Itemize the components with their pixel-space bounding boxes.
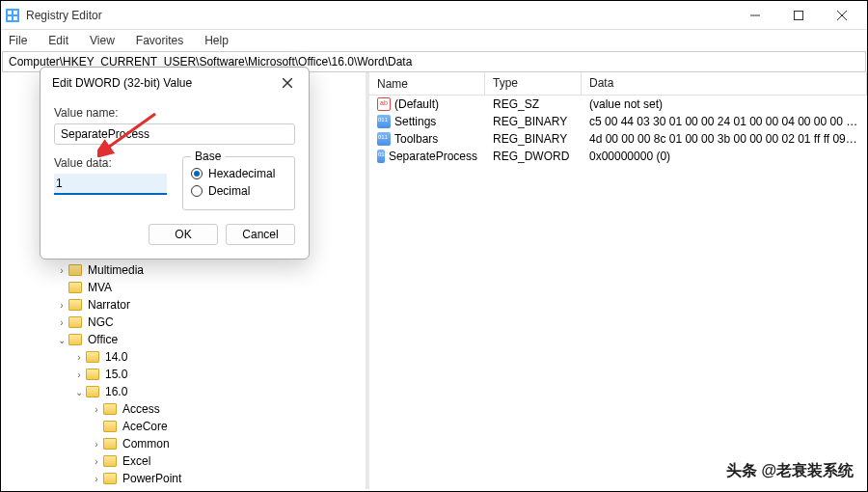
header-type[interactable]: Type <box>485 72 582 95</box>
chevron-right-icon[interactable]: › <box>55 263 68 277</box>
cell-data: c5 00 44 03 30 01 00 00 24 01 00 00 04 0… <box>582 113 867 130</box>
list-row[interactable]: Settings REG_BINARY c5 00 44 03 30 01 00… <box>369 113 867 130</box>
reg-binary-icon <box>377 132 391 146</box>
base-legend: Base <box>191 150 225 163</box>
dialog-titlebar[interactable]: Edit DWORD (32-bit) Value <box>41 68 309 98</box>
cell-data: 4d 00 00 00 8c 01 00 00 3b 00 00 00 02 0… <box>582 130 867 148</box>
tree-item[interactable]: Excel <box>121 454 152 468</box>
chevron-right-icon[interactable]: › <box>55 315 68 329</box>
chevron-right-icon[interactable]: › <box>90 454 103 468</box>
chevron-blank <box>90 420 103 433</box>
chevron-down-icon[interactable]: ⌄ <box>55 333 68 346</box>
chevron-right-icon[interactable]: › <box>90 472 103 485</box>
cell-type: REG_BINARY <box>485 113 582 130</box>
radio-icon <box>191 185 203 197</box>
reg-binary-icon <box>377 115 391 128</box>
cell-type: REG_DWORD <box>485 148 582 165</box>
cell-type: REG_BINARY <box>485 130 582 148</box>
chevron-down-icon[interactable]: ⌄ <box>72 385 86 398</box>
menu-edit[interactable]: Edit <box>44 32 72 49</box>
folder-icon <box>103 473 117 484</box>
tree-item[interactable]: MVA <box>86 281 114 294</box>
tree-item[interactable]: Common <box>121 437 172 451</box>
folder-icon <box>103 438 117 450</box>
cell-data: (value not set) <box>582 96 867 113</box>
tree-item[interactable]: 16.0 <box>103 385 129 398</box>
radio-icon <box>191 168 203 179</box>
menu-file[interactable]: File <box>5 32 31 49</box>
svg-rect-4 <box>14 16 17 20</box>
dialog-close-button[interactable] <box>278 73 297 93</box>
folder-icon <box>103 403 117 415</box>
chevron-right-icon[interactable]: › <box>90 437 103 451</box>
svg-rect-2 <box>14 11 17 14</box>
chevron-right-icon[interactable]: › <box>55 298 68 312</box>
folder-icon <box>103 421 117 432</box>
chevron-right-icon[interactable]: › <box>72 368 86 381</box>
tree-item[interactable]: Access <box>121 402 162 416</box>
tree-item[interactable]: PowerPoint <box>121 472 183 485</box>
folder-icon <box>103 455 117 467</box>
tree-item[interactable]: Multimedia <box>86 263 146 277</box>
value-name-label: Value name: <box>54 106 295 120</box>
menu-favorites[interactable]: Favorites <box>132 32 187 49</box>
window-title: Registry Editor <box>26 9 733 22</box>
list-row[interactable]: Toolbars REG_BINARY 4d 00 00 00 8c 01 00… <box>369 130 867 148</box>
value-data-label: Value data: <box>54 156 167 170</box>
radio-hexadecimal[interactable]: Hexadecimal <box>191 167 286 180</box>
maximize-button[interactable] <box>776 2 820 29</box>
cell-data: 0x00000000 (0) <box>582 148 867 165</box>
svg-rect-1 <box>8 11 12 14</box>
tree-item[interactable]: NGC <box>86 315 116 329</box>
folder-icon <box>68 282 82 293</box>
list-pane[interactable]: Name Type Data (Default) REG_SZ (value n… <box>369 72 867 489</box>
app-icon <box>5 8 20 23</box>
header-data[interactable]: Data <box>582 72 867 95</box>
radio-decimal[interactable]: Decimal <box>191 184 286 198</box>
minimize-button[interactable] <box>733 2 776 29</box>
cell-name: SeparateProcess <box>389 150 477 163</box>
titlebar: Registry Editor <box>1 1 867 30</box>
chevron-right-icon[interactable]: › <box>90 402 103 416</box>
reg-binary-icon <box>377 150 385 163</box>
tree-item[interactable]: 15.0 <box>103 368 129 381</box>
window-controls <box>733 2 863 29</box>
reg-string-icon <box>377 97 391 111</box>
cell-name: (Default) <box>394 97 439 111</box>
chevron-blank <box>55 281 68 294</box>
folder-icon <box>86 369 99 380</box>
value-data-input[interactable] <box>54 174 167 195</box>
svg-rect-3 <box>8 16 12 20</box>
cancel-button[interactable]: Cancel <box>226 224 295 245</box>
folder-icon <box>68 299 82 311</box>
folder-icon <box>68 334 82 345</box>
folder-icon <box>68 316 82 328</box>
list-row[interactable]: (Default) REG_SZ (value not set) <box>369 96 867 113</box>
list-header: Name Type Data <box>369 72 867 96</box>
close-button[interactable] <box>820 2 863 29</box>
cell-type: REG_SZ <box>485 96 582 113</box>
folder-icon <box>86 386 99 397</box>
menu-view[interactable]: View <box>86 32 119 49</box>
tree-item[interactable]: 14.0 <box>103 350 129 364</box>
list-row[interactable]: SeparateProcess REG_DWORD 0x00000000 (0) <box>369 148 867 165</box>
tree-item[interactable]: AceCore <box>121 420 170 433</box>
watermark: 头条 @老衰装系统 <box>726 461 854 481</box>
tree-item[interactable]: Office <box>86 333 120 346</box>
folder-icon <box>86 351 99 363</box>
edit-dword-dialog: Edit DWORD (32-bit) Value Value name: Va… <box>40 67 310 260</box>
folder-icon <box>68 264 82 276</box>
chevron-right-icon[interactable]: › <box>72 350 86 364</box>
dialog-title: Edit DWORD (32-bit) Value <box>52 76 278 90</box>
menubar: File Edit View Favorites Help <box>1 30 867 51</box>
base-group: Base Hexadecimal Decimal <box>182 156 295 210</box>
cell-name: Toolbars <box>394 132 438 146</box>
value-name-input[interactable] <box>54 123 295 145</box>
tree-item[interactable]: Narrator <box>86 298 132 312</box>
menu-help[interactable]: Help <box>201 32 232 49</box>
ok-button[interactable]: OK <box>149 224 218 245</box>
header-name[interactable]: Name <box>369 72 485 95</box>
svg-rect-6 <box>794 11 802 19</box>
cell-name: Settings <box>394 115 436 128</box>
